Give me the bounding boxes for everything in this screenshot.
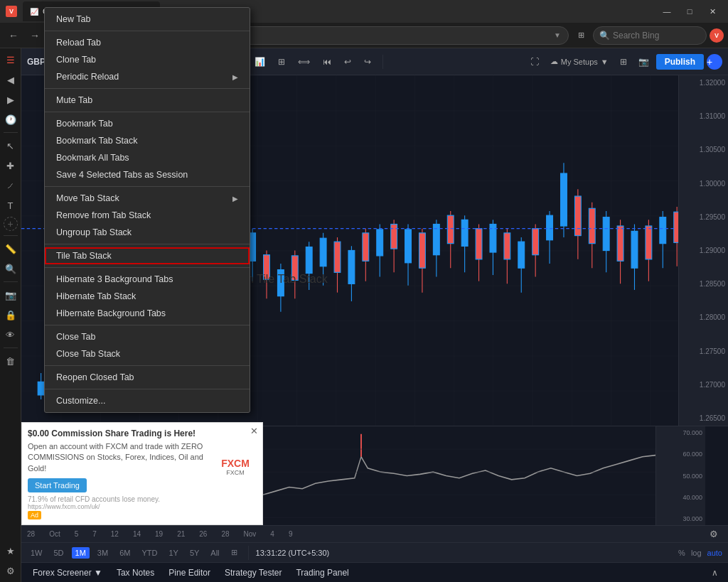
publish-button[interactable]: Publish: [656, 54, 704, 70]
menu-item-hibernate-3-background-tabs[interactable]: Hibernate 3 Background Tabs: [45, 271, 250, 288]
sidebar-icon-star[interactable]: ★: [2, 542, 19, 559]
sidebar-icon-trash[interactable]: 🗑: [2, 352, 19, 370]
sidebar-icon-screenshot[interactable]: 📷: [2, 286, 19, 303]
menu-separator: [45, 31, 250, 31]
timeframe-3m[interactable]: 3M: [94, 547, 112, 559]
menu-item-remove-from-tab-stack[interactable]: Remove from Tab Stack: [45, 207, 250, 224]
more-button[interactable]: +: [707, 54, 722, 70]
profile-avatar[interactable]: V: [710, 28, 724, 43]
menu-item-label: New Tab: [56, 14, 90, 24]
sidebar-icon-forward[interactable]: ▶: [2, 91, 19, 108]
timeframe-ytd[interactable]: YTD: [138, 547, 161, 559]
menu-item-tile-tab-stack[interactable]: Tile Tab Stack: [45, 247, 250, 264]
menu-item-close-tab-stack[interactable]: Close Tab Stack: [45, 345, 250, 362]
tab-trading-panel[interactable]: Trading Panel: [290, 566, 354, 579]
timeframe-1m[interactable]: 1M: [72, 547, 90, 559]
menu-item-label: Reopen Closed Tab: [56, 372, 134, 382]
toolbar-separator-2: [382, 55, 383, 69]
menu-separator: [45, 112, 250, 112]
chart-settings-button[interactable]: ⚙: [705, 527, 722, 541]
search-box[interactable]: 🔍 Search Bing: [593, 26, 707, 45]
tab-strategy-tester[interactable]: Strategy Tester: [219, 566, 287, 579]
menu-item-save-4-selected-tabs-as-session[interactable]: Save 4 Selected Tabs as Session: [45, 166, 250, 183]
minimize-button[interactable]: —: [657, 4, 677, 18]
replay-button[interactable]: ⏮: [318, 55, 336, 69]
ind-label-3: 40.000: [659, 494, 702, 501]
timeframe-5y[interactable]: 5Y: [186, 547, 203, 559]
menu-item-new-tab[interactable]: New Tab: [45, 11, 250, 28]
redo-button[interactable]: ↪: [360, 55, 375, 69]
time-label-8: 26: [199, 530, 207, 538]
timeframe-all[interactable]: All: [207, 547, 223, 559]
svg-rect-47: [363, 233, 369, 261]
svg-rect-39: [306, 247, 312, 274]
vivaldi-favicon: V: [6, 6, 17, 17]
undo-button[interactable]: ↩: [340, 55, 355, 69]
menu-item-close-tab[interactable]: Close Tab: [45, 328, 250, 345]
sidebar-icon-eye[interactable]: 👁: [2, 326, 19, 343]
svg-rect-94: [263, 426, 655, 525]
menu-item-bookmark-all-tabs[interactable]: Bookmark All Tabs: [45, 149, 250, 166]
snapshot-button[interactable]: 📷: [634, 55, 653, 69]
fullscreen-button[interactable]: ⛶: [526, 55, 543, 69]
menu-item-label: Close Tab: [56, 332, 95, 342]
back-button[interactable]: ←: [4, 26, 23, 45]
menu-item-label: Reload Tab: [56, 38, 101, 48]
close-button[interactable]: ✕: [702, 4, 722, 18]
menu-item-bookmark-tab[interactable]: Bookmark Tab: [45, 115, 250, 132]
ad-close-button[interactable]: ✕: [250, 426, 258, 436]
menu-item-periodic-reload[interactable]: Periodic Reload▶: [45, 68, 250, 85]
layout-button[interactable]: ⊞: [616, 55, 631, 69]
sidebar-icon-zoom[interactable]: 🔍: [2, 260, 19, 277]
time-label-7: 21: [177, 530, 185, 538]
svg-rect-83: [617, 226, 623, 261]
sidebar-add-button[interactable]: +: [4, 217, 18, 231]
sidebar-icon-lock[interactable]: 🔒: [2, 306, 19, 323]
time-label-1: Oct: [49, 530, 60, 538]
menu-item-reopen-closed-tab[interactable]: Reopen Closed Tab: [45, 369, 250, 386]
timeframe-5d[interactable]: 5D: [50, 547, 68, 559]
forward-button[interactable]: →: [26, 26, 44, 45]
menu-item-hibernate-background-tabs[interactable]: Hibernate Background Tabs: [45, 305, 250, 322]
maximize-button[interactable]: □: [680, 4, 700, 18]
menu-item-move-tab-stack[interactable]: Move Tab Stack▶: [45, 190, 250, 207]
tab-favicon: 📈: [30, 8, 38, 16]
menu-item-ungroup-tab-stack[interactable]: Ungroup Tab Stack: [45, 224, 250, 241]
timeframe-1w[interactable]: 1W: [27, 547, 46, 559]
svg-rect-3: [38, 382, 44, 394]
my-setups-button[interactable]: ☁ My Setups ▼: [546, 55, 613, 68]
sidebar-icon-back[interactable]: ◀: [2, 71, 19, 88]
sidebar-icon-cursor[interactable]: ↖: [2, 137, 19, 154]
ad-cta-button[interactable]: Start Trading: [28, 478, 87, 492]
tab-tax-notes[interactable]: Tax Notes: [111, 566, 160, 579]
menu-item-hibernate-tab-stack[interactable]: Hibernate Tab Stack: [45, 288, 250, 305]
timeframe-6m[interactable]: 6M: [116, 547, 134, 559]
svg-rect-49: [377, 230, 383, 256]
sidebar-icon-settings-bottom[interactable]: ⚙: [2, 562, 19, 579]
sidebar-icon-menu[interactable]: ☰: [2, 51, 19, 68]
ad-disclaimer: 71.9% of retail CFD accounts lose money.: [28, 495, 257, 503]
svg-rect-51: [391, 225, 397, 249]
menu-item-customize[interactable]: Customize...: [45, 392, 250, 409]
sidebar-icon-cross[interactable]: ✚: [2, 157, 19, 174]
menu-item-mute-tab[interactable]: Mute Tab: [45, 92, 250, 109]
menu-item-bookmark-tab-stack[interactable]: Bookmark Tab Stack: [45, 132, 250, 149]
sidebar-icon-diagonal[interactable]: ⟋: [2, 177, 19, 194]
svg-rect-43: [334, 242, 341, 272]
compare-button[interactable]: ⟺: [294, 55, 314, 69]
sidebar-icon-text[interactable]: T: [2, 197, 19, 214]
sidebar-icon-measure[interactable]: 📏: [2, 240, 19, 257]
menu-item-label: Hibernate 3 Background Tabs: [56, 274, 173, 284]
tab-pine-editor[interactable]: Pine Editor: [163, 566, 216, 579]
template-button[interactable]: ⊞: [274, 55, 289, 69]
menu-item-reload-tab[interactable]: Reload Tab: [45, 34, 250, 51]
tab-forex-screener[interactable]: Forex Screener ▼: [27, 566, 108, 579]
toolbar-extra-button[interactable]: ⊞: [572, 26, 590, 45]
sidebar-icon-history[interactable]: 🕐: [2, 111, 19, 128]
chart-type-toggle[interactable]: ⊞: [228, 546, 241, 559]
timeframe-1y[interactable]: 1Y: [165, 547, 181, 559]
panel-collapse-button[interactable]: ∧: [707, 566, 722, 580]
menu-item-clone-tab[interactable]: Clone Tab: [45, 51, 250, 68]
chart-type-button[interactable]: 📊: [250, 55, 269, 69]
svg-rect-71: [532, 229, 539, 255]
